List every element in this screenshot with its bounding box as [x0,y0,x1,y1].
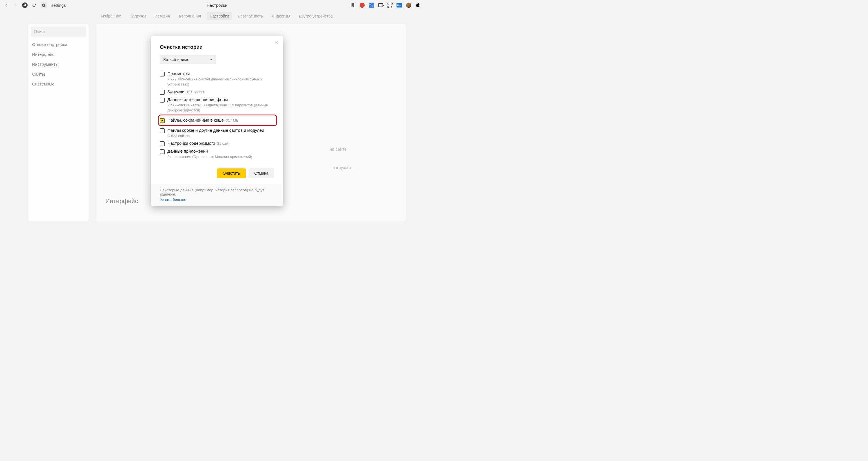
forward-button[interactable] [13,3,18,8]
extensions-tray: ! New [350,3,430,8]
checkbox-downloads[interactable] [160,90,164,94]
annotation-highlight: Файлы, сохранённые в кеше 317 МБ [158,115,277,126]
search-input[interactable]: Поиск [31,27,86,37]
checkbox-label: Файлы cookie и другие данные сайтов и мо… [167,128,264,133]
checkbox-row-cache[interactable]: Файлы, сохранённые в кеше 317 МБ [160,117,274,124]
extensions-icon[interactable] [415,3,421,8]
time-range-select[interactable]: За всё время [160,55,216,64]
checkbox-content-settings[interactable] [160,141,164,146]
checkbox-views[interactable] [160,71,164,77]
footer-text: Некоторые данные (например, история запр… [160,188,274,197]
tab-other-devices[interactable]: Другие устройства [296,12,336,20]
tab-yandex-id[interactable]: Яндекс ID [269,12,293,20]
checkbox-label: Загрузки [167,89,184,94]
cookie-icon[interactable] [406,3,411,8]
checkbox-label: Данные приложений [167,149,208,153]
sidebar-item-tools[interactable]: Инструменты [31,59,86,69]
tab-favorites[interactable]: Избранное [98,12,124,20]
checkbox-label: Данные автозаполнения форм [167,97,228,102]
browser-chrome-bar: Я Я settings Настройки ! New [0,0,434,10]
checkbox-cookies[interactable] [160,128,164,133]
checkbox-sublabel: 2 банковские карты, 3 адреса, ещё 119 ва… [167,103,274,113]
clear-history-dialog: ✕ Очистка истории За всё время Просмотры… [151,36,283,206]
checkbox-sublabel: 7 977 записей (не считая данных на синхр… [167,77,274,87]
checkbox-app-data[interactable] [160,149,164,154]
tab-favicon[interactable]: Я [40,2,47,8]
close-icon[interactable]: ✕ [275,40,279,45]
checkbox-label: Просмотры [167,71,190,76]
tab-downloads[interactable]: Загрузки [127,12,149,20]
page-title: Настройки [207,3,227,8]
learn-more-link[interactable]: Узнать больше [160,198,186,202]
time-range-value: За всё время [163,57,189,62]
settings-sidebar: Поиск Общие настройки Интерфейс Инструме… [28,24,89,222]
checkbox-row-views[interactable]: Просмотры 7 977 записей (не считая данны… [160,70,274,87]
reload-button[interactable] [32,3,37,8]
checkbox-sublabel: С 823 сайтов [167,133,274,138]
obscured-text-2: загружать [333,165,352,170]
qr-icon[interactable] [387,3,393,8]
checkbox-row-autofill[interactable]: Данные автозаполнения форм 2 банковские … [160,96,274,113]
download-icon[interactable] [425,3,430,8]
checkbox-row-downloads[interactable]: Загрузки 191 запись [160,88,274,95]
checkbox-row-app-data[interactable]: Данные приложений 2 приложения (Opera st… [160,148,274,160]
sidebar-item-interface[interactable]: Интерфейс [31,49,86,59]
checkbox-label: Настройки содержимого [167,141,215,146]
sidebar-item-system[interactable]: Системные [31,79,86,89]
bookmark-icon[interactable] [350,3,355,8]
sidebar-item-general[interactable]: Общие настройки [31,39,86,49]
yandex-home-icon[interactable]: Я [22,3,28,8]
dialog-footer: Некоторые данные (например, история запр… [151,184,283,206]
checkbox-cache[interactable] [160,118,164,123]
dialog-title: Очистка истории [160,44,274,50]
cancel-button[interactable]: Отмена [249,168,274,178]
checkbox-meta: 191 запись [187,90,205,94]
chevron-down-icon [210,58,213,61]
checkbox-sublabel: 2 приложения (Opera store, Магазин прило… [167,154,274,159]
tab-history[interactable]: История [152,12,173,20]
checkbox-label: Файлы, сохранённые в кеше [167,118,224,122]
checkbox-meta: 317 МБ [226,118,239,122]
tab-extensions[interactable]: Дополнения [176,12,204,20]
checkbox-row-content-settings[interactable]: Настройки содержимого 21 сайт [160,140,274,147]
clear-button[interactable]: Очистить [217,168,246,178]
back-button[interactable] [4,3,9,8]
translate-icon[interactable] [369,3,374,8]
checkbox-meta: 21 сайт [217,141,230,145]
tab-security[interactable]: Безопасность [235,12,266,20]
checkbox-row-cookies[interactable]: Файлы cookie и другие данные сайтов и мо… [160,127,274,139]
new-badge-icon[interactable]: New [397,3,402,8]
tab-settings[interactable]: Настройки [207,12,232,20]
address-text[interactable]: settings [51,3,66,8]
obscured-text-1: на сайте [330,147,347,151]
content-heading-interface: Интерфейс [105,198,138,205]
frame-icon[interactable] [378,3,383,8]
settings-tabs: Избранное Загрузки История Дополнения На… [0,10,434,22]
sidebar-item-sites[interactable]: Сайты [31,69,86,79]
alert-icon[interactable]: ! [359,3,365,8]
checkbox-autofill[interactable] [160,97,164,103]
